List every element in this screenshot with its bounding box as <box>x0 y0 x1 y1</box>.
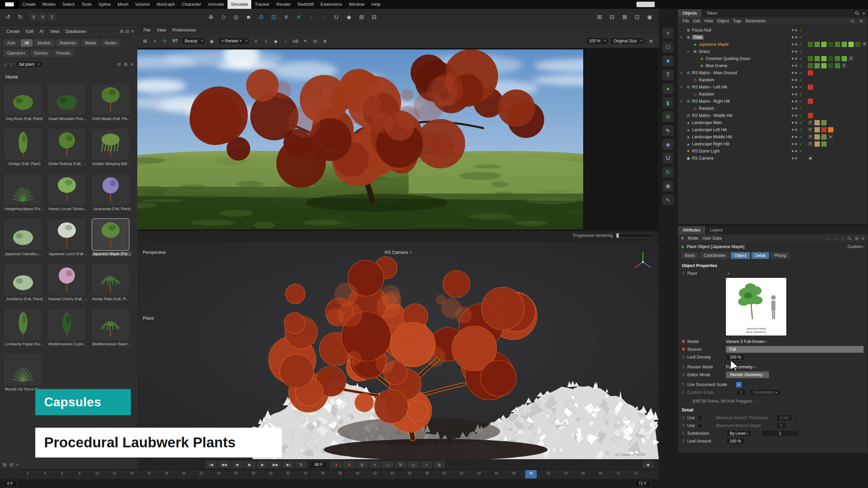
toolbar-icon[interactable]: ◎ <box>230 12 242 23</box>
object-tree-row[interactable]: ▲Landscape Left Hill✓F <box>678 126 868 133</box>
menu-item[interactable]: Modes <box>39 0 59 9</box>
panel-tab[interactable]: Attributes <box>678 226 705 234</box>
asset-filter-tab[interactable]: All <box>21 39 33 47</box>
object-name[interactable]: Grass <box>699 49 710 54</box>
object-name[interactable]: RS Dome Light <box>692 149 719 154</box>
visibility-toggles[interactable] <box>792 50 797 53</box>
render-toolbar-icon[interactable]: ✎ <box>301 37 310 45</box>
asset-filter-tab[interactable]: Materials <box>56 39 80 47</box>
visibility-toggles[interactable] <box>792 143 797 145</box>
flag-tag[interactable]: F <box>807 127 813 133</box>
attribute-tab[interactable]: Coordinates <box>700 252 729 259</box>
clear-search-icon[interactable]: × <box>37 62 40 67</box>
enabled-check-icon[interactable]: ✓ <box>799 70 803 75</box>
toolbar-icon[interactable]: # <box>293 12 304 23</box>
object-menu-item[interactable]: Bookmarks <box>744 19 768 23</box>
expander-icon[interactable]: ▾ <box>680 71 685 75</box>
object-tree-row[interactable]: ▾⊞RS Matrix - Left Hill✓ <box>678 83 868 90</box>
anim-dot[interactable] <box>682 440 685 443</box>
material-chip[interactable] <box>855 41 861 47</box>
enabled-check-icon[interactable]: ✓ <box>799 92 803 97</box>
object-tree-row[interactable]: ◇Random✓ <box>678 105 868 112</box>
menu-item[interactable]: Mesh <box>114 0 132 9</box>
anim-dot[interactable] <box>682 416 685 419</box>
toolbar-icon[interactable]: ◆ <box>343 12 355 23</box>
texture-tag[interactable] <box>821 120 827 126</box>
search-icon[interactable] <box>847 236 852 241</box>
asset-menu-item[interactable]: AI <box>36 29 46 34</box>
asset-item[interactable]: Globe Robinia (Fall, Pl... <box>48 129 88 166</box>
object-name[interactable]: Landscape Right Hill <box>692 142 729 146</box>
tool-icon[interactable]: ◆ <box>663 139 673 150</box>
object-name[interactable]: Blue Grama <box>706 63 727 68</box>
tool-icon[interactable]: ⚙ <box>663 111 673 122</box>
add-icon[interactable]: + <box>16 462 19 467</box>
anim-dot[interactable] <box>682 432 685 435</box>
object-tree-row[interactable]: ☀RS Dome Light✓ <box>678 147 868 155</box>
tool-icon[interactable]: ⊕ <box>663 181 673 191</box>
asset-filter-tab[interactable]: Nodes <box>101 39 120 47</box>
history-icon[interactable]: ↺ <box>117 62 121 67</box>
toolbar-icon[interactable]: U <box>331 12 342 23</box>
render-toolbar-icon[interactable]: ◆ <box>271 37 280 45</box>
menu-item[interactable]: Spline <box>95 0 114 9</box>
next-key-button[interactable]: ▶▶ <box>270 461 281 468</box>
tool-icon[interactable]: U <box>663 153 673 164</box>
loop-mode-button[interactable]: ↻ <box>295 461 307 468</box>
render-trigger-dropdown[interactable]: < Render > <box>218 37 250 45</box>
size-dropdown[interactable]: Original Size <box>610 37 645 45</box>
panel-menu-icon[interactable]: ≡ <box>862 11 865 16</box>
object-tree-row[interactable]: ♣Blue Grama✓F <box>678 62 868 69</box>
render-toolbar-icon[interactable]: ○ <box>281 37 290 45</box>
use-document-scale-checkbox[interactable]: ✓ <box>736 382 742 387</box>
enabled-check-icon[interactable]: ✓ <box>799 85 803 89</box>
object-menu-item[interactable]: File <box>680 19 691 23</box>
enabled-check-icon[interactable]: ✓ <box>799 49 803 54</box>
asset-item[interactable]: Japanese Maple (Fall, ... <box>92 219 132 256</box>
tool-icon[interactable]: □ <box>663 42 673 53</box>
tool-icon[interactable]: ✎ <box>663 125 673 136</box>
render-toolbar-icon[interactable]: AB <box>291 37 300 45</box>
asset-item[interactable]: Jacaranda (Fall, Plant) <box>92 174 132 211</box>
flag-tag[interactable]: F <box>807 141 813 147</box>
toolbar-icon[interactable]: ⊕ <box>205 12 217 23</box>
prev-frame-button[interactable]: ◀ <box>231 461 243 468</box>
asset-item[interactable]: Dwarf Mountain Pine (... <box>48 84 88 121</box>
prev-key-button[interactable]: ◀◀ <box>218 461 230 468</box>
rotation-key-button[interactable]: ↻ <box>395 461 407 468</box>
visibility-toggles[interactable] <box>792 129 797 131</box>
layout-icon[interactable]: ⊠ <box>619 12 630 23</box>
menu-item[interactable]: Create <box>19 0 39 9</box>
material-chip[interactable] <box>841 56 847 62</box>
material-chip[interactable] <box>821 41 827 47</box>
material-chip[interactable] <box>841 41 847 47</box>
flag-tag[interactable]: F <box>807 134 813 140</box>
object-tree-row[interactable]: ▾⊞RS Matrix - Main Ground✓ <box>678 69 868 76</box>
render-toolbar-icon[interactable]: ⊡ <box>311 37 319 45</box>
visibility-toggles[interactable] <box>792 36 797 38</box>
axis-gizmo[interactable] <box>631 248 655 272</box>
menu-item[interactable]: Tools <box>78 0 95 9</box>
active-camera-label[interactable]: RS Camera ▾ <box>385 250 412 255</box>
expand-timeline-button[interactable]: ◆ <box>642 461 654 468</box>
asset-item[interactable]: Japanese Larch (Fall, ... <box>48 219 88 256</box>
flag-tag[interactable]: F <box>862 41 868 47</box>
tag-more[interactable]: ≡ <box>828 134 834 140</box>
asset-item[interactable]: Kentia Palm (Fall, Plant) <box>92 264 132 301</box>
toolbar-icon[interactable]: ⊡ <box>268 12 279 23</box>
details-icon[interactable]: ⊟ <box>9 462 14 467</box>
asset-item[interactable]: Ginkgo (Fall, Plant) <box>5 129 44 166</box>
tool-icon[interactable]: ✎ <box>663 195 673 205</box>
flag-tag[interactable]: F <box>841 63 847 69</box>
asset-type-tab[interactable]: Presets <box>53 49 74 57</box>
material-chip[interactable] <box>814 63 820 69</box>
menu-item[interactable]: Volume <box>132 0 153 9</box>
layout-icon[interactable]: ⊡ <box>631 12 643 23</box>
viewport-canvas[interactable] <box>137 242 659 459</box>
tool-icon[interactable]: ↻ <box>663 167 673 178</box>
chevron-right-icon[interactable]: ▸ <box>728 271 730 275</box>
realtime-label[interactable]: RT <box>171 39 179 43</box>
record-button[interactable]: ● <box>330 461 342 468</box>
material-chip[interactable] <box>848 41 854 47</box>
tool-icon[interactable]: T <box>663 69 673 80</box>
